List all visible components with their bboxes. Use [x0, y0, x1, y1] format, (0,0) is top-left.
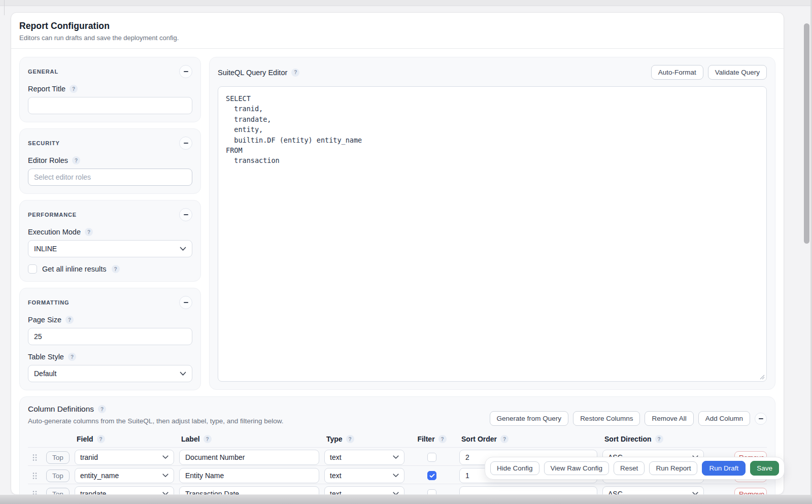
- help-icon[interactable]: ?: [72, 156, 80, 164]
- help-icon[interactable]: ?: [655, 435, 663, 443]
- help-icon[interactable]: ?: [65, 316, 74, 324]
- field-select[interactable]: trandate: [75, 486, 174, 495]
- add-column-button[interactable]: Add Column: [698, 411, 750, 426]
- page-title: Report Configuration: [19, 21, 775, 31]
- sort-order-input[interactable]: [459, 486, 597, 495]
- filter-checkbox[interactable]: [427, 453, 436, 462]
- resize-handle-icon[interactable]: [759, 374, 765, 380]
- move-top-button[interactable]: Top: [46, 488, 70, 495]
- field-value: tranid: [80, 453, 98, 461]
- sort-direction-select[interactable]: ASC: [602, 486, 704, 495]
- type-select[interactable]: text: [324, 486, 404, 495]
- drag-handle-icon[interactable]: [28, 490, 41, 495]
- header-filter: Filter: [417, 435, 434, 443]
- table-style-label: Table Style: [28, 353, 64, 361]
- help-icon[interactable]: ?: [291, 69, 299, 77]
- filter-checkbox[interactable]: [427, 471, 436, 480]
- report-title-input[interactable]: [28, 97, 192, 114]
- move-top-button[interactable]: Top: [46, 469, 70, 482]
- label-input[interactable]: [179, 468, 319, 483]
- panel-security-title: SECURITY: [28, 140, 60, 146]
- scrollbar-thumb[interactable]: [804, 23, 809, 244]
- window-top-band: [0, 0, 812, 6]
- column-definitions-title: Column Definitions: [28, 405, 94, 414]
- collapse-security-button[interactable]: [179, 137, 192, 150]
- collapse-general-button[interactable]: [179, 65, 192, 78]
- help-icon[interactable]: ?: [438, 435, 447, 443]
- restore-columns-button[interactable]: Restore Columns: [573, 411, 640, 426]
- filter-checkbox[interactable]: [427, 489, 436, 495]
- reset-button[interactable]: Reset: [614, 461, 645, 475]
- field-select[interactable]: entity_name: [75, 468, 174, 483]
- sql-editor[interactable]: SELECT tranid, trandate, entity, builtin…: [218, 86, 767, 382]
- header-field: Field: [77, 435, 93, 443]
- sort-direction-value: ASC: [608, 490, 623, 495]
- header-sort-order: Sort Order: [461, 435, 497, 443]
- minus-icon: [184, 214, 188, 215]
- help-icon[interactable]: ?: [112, 265, 120, 273]
- generate-from-query-button[interactable]: Generate from Query: [490, 411, 569, 426]
- chevron-down-icon: [180, 372, 186, 376]
- editor-roles-label: Editor Roles: [28, 156, 68, 164]
- window-bottom-band: [0, 495, 812, 504]
- hide-config-button[interactable]: Hide Config: [490, 461, 539, 475]
- panel-formatting: FORMATTING Page Size ? Table Style ? Def…: [19, 288, 201, 390]
- execution-mode-select[interactable]: INLINE: [28, 240, 192, 257]
- type-value: text: [330, 472, 342, 480]
- drag-handle-icon[interactable]: [28, 472, 41, 480]
- run-draft-button[interactable]: Run Draft: [702, 461, 746, 476]
- minus-icon: [184, 71, 188, 72]
- drag-handle-icon[interactable]: [28, 454, 41, 461]
- help-icon[interactable]: ?: [70, 85, 78, 93]
- check-icon: [429, 474, 435, 478]
- field-select[interactable]: tranid: [75, 450, 174, 465]
- panel-column-definitions: Column Definitions ? Auto-generate colum…: [19, 396, 775, 495]
- panel-formatting-title: FORMATTING: [28, 299, 70, 306]
- table-header-row: Field? Label? Type? Filter? Sort Order? …: [28, 432, 767, 447]
- type-value: text: [330, 453, 342, 461]
- page-size-input[interactable]: [28, 328, 192, 345]
- type-select[interactable]: text: [324, 468, 404, 483]
- move-top-button[interactable]: Top: [46, 451, 70, 464]
- panel-general-title: GENERAL: [28, 69, 58, 75]
- type-value: text: [330, 490, 342, 495]
- help-icon[interactable]: ?: [97, 435, 105, 443]
- chevron-down-icon: [393, 455, 399, 459]
- help-icon[interactable]: ?: [68, 353, 76, 361]
- save-button[interactable]: Save: [750, 461, 779, 476]
- collapse-formatting-button[interactable]: [179, 296, 192, 309]
- remove-column-button[interactable]: Remove: [734, 488, 767, 495]
- type-select[interactable]: text: [324, 450, 404, 465]
- collapse-column-definitions-button[interactable]: [755, 413, 767, 425]
- run-report-button[interactable]: Run Report: [649, 461, 697, 475]
- label-input[interactable]: [179, 486, 319, 495]
- label-input[interactable]: [179, 450, 319, 465]
- help-icon[interactable]: ?: [204, 435, 212, 443]
- minus-icon: [759, 418, 763, 419]
- field-value: trandate: [80, 490, 106, 495]
- column-definitions-subtitle: Auto-generate columns from the SuiteQL, …: [28, 417, 284, 425]
- minus-icon: [184, 143, 188, 144]
- inline-results-checkbox[interactable]: [28, 264, 37, 274]
- header-label: Label: [181, 435, 200, 443]
- panel-security: SECURITY Editor Roles ?: [19, 128, 201, 194]
- view-raw-config-button[interactable]: View Raw Config: [544, 461, 610, 475]
- editor-roles-input[interactable]: [28, 169, 192, 186]
- remove-all-button[interactable]: Remove All: [645, 411, 693, 426]
- panel-general: GENERAL Report Title ?: [19, 57, 201, 122]
- sql-code[interactable]: SELECT tranid, trandate, entity, builtin…: [226, 93, 759, 166]
- help-icon[interactable]: ?: [346, 435, 354, 443]
- window-edge: [4, 0, 5, 15]
- auto-format-button[interactable]: Auto-Format: [651, 65, 703, 80]
- card-header: Report Configuration Editors can run dra…: [11, 13, 784, 49]
- help-icon[interactable]: ?: [500, 435, 509, 443]
- help-icon[interactable]: ?: [98, 405, 106, 413]
- table-row: Top trandate text ASC: [28, 484, 767, 495]
- field-value: entity_name: [80, 472, 119, 480]
- validate-query-button[interactable]: Validate Query: [708, 65, 767, 80]
- inline-results-label: Get all inline results: [42, 265, 107, 273]
- table-style-select[interactable]: Default: [28, 365, 192, 382]
- header-type: Type: [326, 435, 343, 443]
- collapse-performance-button[interactable]: [179, 208, 192, 221]
- help-icon[interactable]: ?: [85, 228, 93, 236]
